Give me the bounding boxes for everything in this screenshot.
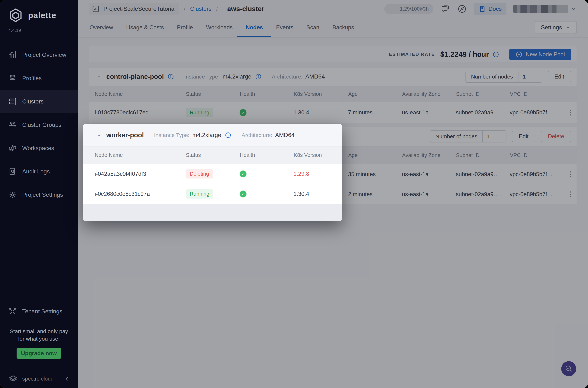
node-name: i-018c7780ecfc617ed <box>89 102 180 123</box>
settings-label: Settings <box>541 24 562 31</box>
top-bar: Project-ScaleSecureTutoria / Clusters / … <box>78 0 588 18</box>
breadcrumb-clusters-link[interactable]: Clusters <box>190 5 211 12</box>
control-plane-pool-section: control-plane-pool Instance Type: m4.2xl… <box>89 68 577 122</box>
sidebar-item-profiles[interactable]: Profiles <box>0 67 78 90</box>
column-header: Status <box>180 146 234 164</box>
instance-type-label: Instance Type: <box>154 132 189 138</box>
tab-overview[interactable]: Overview <box>89 18 114 37</box>
row-actions-menu-icon[interactable] <box>565 164 576 184</box>
tab-usage-costs[interactable]: Usage & Costs <box>125 18 165 37</box>
clusters-icon <box>8 97 17 106</box>
project-settings-icon <box>8 191 17 199</box>
number-of-nodes-input[interactable]: 1 <box>519 71 542 82</box>
node-name: i-0c2680c0e8c31c97a <box>89 184 180 204</box>
sidebar-item-cluster-groups[interactable]: Cluster Groups <box>0 113 78 136</box>
logo: palette <box>0 0 78 23</box>
tab-scan[interactable]: Scan <box>306 18 320 37</box>
pool-name: worker-pool <box>106 131 144 139</box>
logo-text: palette <box>28 10 56 20</box>
user-menu[interactable] <box>513 5 576 13</box>
subnet-id: subnet-02a9a9… <box>450 184 504 204</box>
column-header: Availability Zone <box>396 146 450 164</box>
availability-zone: us-east-1a <box>396 102 450 123</box>
delete-pool-button[interactable]: Delete <box>541 131 571 142</box>
number-of-nodes-input[interactable]: 1 <box>483 131 506 142</box>
subnet-id: subnet-02a9a9… <box>450 164 504 184</box>
column-header: Subnet ID <box>450 146 504 164</box>
pool-controls: Number of nodes 1 Edit Delete <box>430 130 571 143</box>
edit-pool-button[interactable]: Edit <box>548 71 571 82</box>
table-header: Node Name Status Health K8s Version Age … <box>89 86 577 102</box>
breadcrumb-separator: / <box>184 6 185 12</box>
tab-profile[interactable]: Profile <box>176 18 194 37</box>
settings-button[interactable]: Settings <box>535 21 577 34</box>
info-icon[interactable] <box>493 51 499 58</box>
collapse-sidebar-icon[interactable] <box>64 376 70 381</box>
sidebar-item-label: Cluster Groups <box>22 121 61 128</box>
sidebar-item-project-settings[interactable]: Project Settings <box>0 183 78 206</box>
column-header: Health <box>234 86 288 102</box>
plus-circle-icon <box>516 51 522 58</box>
number-of-nodes-control: Number of nodes 1 <box>466 71 542 83</box>
tab-nodes[interactable]: Nodes <box>245 18 264 37</box>
tab-events[interactable]: Events <box>275 18 294 37</box>
column-header: Node Name <box>89 86 180 102</box>
column-header: VPC ID <box>504 86 565 102</box>
status-badge: Running <box>186 189 213 198</box>
sidebar-item-label: Clusters <box>22 98 44 105</box>
sidebar-item-project-overview[interactable]: Project Overview <box>0 43 78 67</box>
pool-header: worker-pool Instance Type: m4.2xlarge Ar… <box>83 124 342 146</box>
info-icon[interactable] <box>255 73 262 80</box>
chevron-down-icon[interactable] <box>96 74 102 79</box>
chevron-down-icon[interactable] <box>96 133 102 138</box>
cluster-groups-icon <box>8 121 17 129</box>
status-badge: Deleting <box>186 169 213 178</box>
vpc-id: vpc-0e89b5b7f… <box>504 102 565 123</box>
tab-workloads[interactable]: Workloads <box>205 18 233 37</box>
usage-quota-pill[interactable]: 1.29/100kCh <box>384 4 433 14</box>
column-header-actions <box>565 146 576 164</box>
breadcrumb-separator: / <box>216 6 218 12</box>
row-actions-menu-icon[interactable] <box>565 184 576 204</box>
node-age: 35 minutes <box>342 164 396 184</box>
sidebar-item-workspaces[interactable]: Workspaces <box>0 136 78 160</box>
spectro-logo-icon <box>8 374 18 384</box>
row-actions-menu-icon[interactable] <box>565 102 576 123</box>
edit-pool-button[interactable]: Edit <box>512 131 535 142</box>
tab-backups[interactable]: Backups <box>332 18 355 37</box>
chevron-down-icon <box>571 6 576 12</box>
vpc-id: vpc-0e89b5b7f… <box>504 164 565 184</box>
compass-icon[interactable] <box>457 4 467 14</box>
instance-type-value: m4.2xlarge <box>192 132 221 138</box>
chat-icon[interactable] <box>440 4 450 14</box>
sidebar-item-tenant-settings[interactable]: Tenant Settings <box>0 300 78 323</box>
sidebar-item-label: Tenant Settings <box>22 308 63 315</box>
search-fab[interactable] <box>561 361 576 376</box>
docs-button[interactable]: Docs <box>474 3 506 15</box>
docs-book-icon <box>479 5 486 13</box>
new-node-pool-button[interactable]: New Node Pool <box>509 49 571 60</box>
k8s-version: 1.30.4 <box>288 102 342 123</box>
app-version: 4.4.19 <box>8 28 78 33</box>
upgrade-now-button[interactable]: Upgrade now <box>17 348 61 359</box>
sidebar-item-clusters[interactable]: Clusters <box>0 90 78 113</box>
palette-logo-icon <box>8 8 23 23</box>
architecture-label: Architecture: <box>272 73 302 80</box>
worker-pool-spotlight: worker-pool Instance Type: m4.2xlarge Ar… <box>83 124 342 221</box>
sidebar-nav: Project Overview Profiles Clusters Clust… <box>0 43 78 206</box>
info-icon[interactable] <box>167 73 174 80</box>
column-header: Subnet ID <box>450 86 504 102</box>
topbar-actions: 1.29/100kCh Docs <box>384 3 576 15</box>
workspaces-icon <box>8 144 17 152</box>
info-icon[interactable] <box>225 132 231 138</box>
spotlight-footer <box>83 204 342 221</box>
pool-name: control-plane-pool <box>106 73 164 80</box>
number-of-nodes-label: Number of nodes <box>466 71 518 82</box>
column-header: K8s Version <box>288 146 342 164</box>
k8s-version: 1.29.8 <box>288 164 342 184</box>
sidebar-item-label: Profiles <box>22 75 42 82</box>
sidebar-item-audit-logs[interactable]: Audit Logs <box>0 160 78 183</box>
redacted-username <box>513 5 568 13</box>
breadcrumb-project-name: Project-ScaleSecureTutoria <box>103 5 174 12</box>
breadcrumb-project[interactable]: Project-ScaleSecureTutoria <box>89 3 179 15</box>
